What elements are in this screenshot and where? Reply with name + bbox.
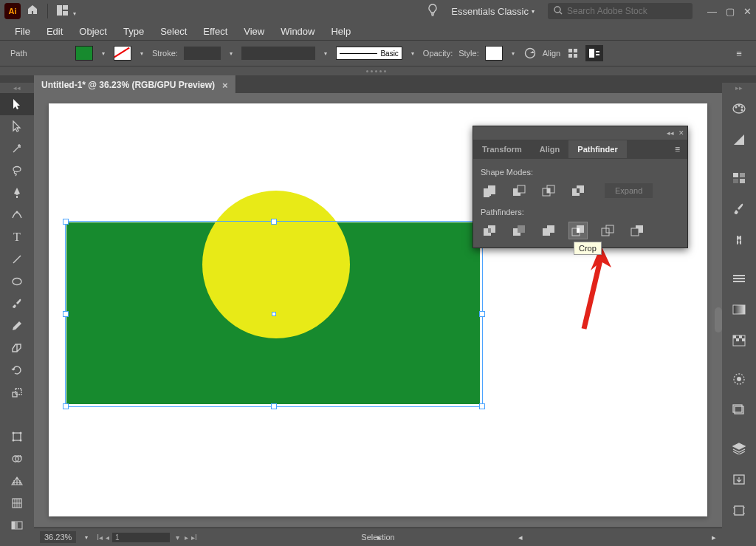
minimize-button[interactable]: — [707,6,717,17]
search-stock[interactable] [548,3,693,19]
transform-panel-icon[interactable] [585,45,603,61]
tab-pathfinder[interactable]: Pathfinder [568,140,626,158]
color-guide-panel-icon[interactable] [722,124,756,155]
width-tool[interactable] [0,403,34,426]
menu-select[interactable]: Select [153,24,194,39]
stroke-panel-icon[interactable] [722,263,756,294]
curvature-tool[interactable] [0,204,34,226]
stroke-swatch[interactable] [114,46,131,61]
transparency-panel-icon[interactable] [722,325,756,356]
crop-button[interactable]: Crop [569,222,587,239]
align-panel-icon[interactable] [566,47,580,60]
menu-window[interactable]: Window [273,24,322,39]
magic-wand-tool[interactable] [0,137,34,160]
line-tool[interactable] [0,248,34,270]
gradient-tool[interactable] [0,514,34,536]
last-artboard-icon[interactable]: ▸I [191,533,197,542]
rotate-tool[interactable] [0,359,34,381]
selection-tool[interactable] [0,93,34,115]
maximize-button[interactable]: ▢ [726,6,735,17]
direct-selection-tool[interactable] [0,115,34,137]
mesh-tool[interactable] [0,492,34,514]
menu-edit[interactable]: Edit [39,24,70,39]
search-input[interactable] [566,5,664,17]
ellipse-tool[interactable] [0,270,34,293]
var-width-dropdown[interactable]: ▾ [321,47,330,60]
scroll-shuttle[interactable] [715,307,722,332]
type-tool[interactable]: T [0,226,34,248]
fill-swatch[interactable] [75,46,93,61]
trim-button[interactable] [510,222,528,239]
control-menu-icon[interactable]: ≡ [732,47,746,60]
artboards-panel-icon[interactable] [722,495,756,526]
swatches-panel-icon[interactable] [722,163,756,194]
scale-tool[interactable] [0,381,34,403]
menu-view[interactable]: View [236,24,272,39]
minus-front-button[interactable] [510,182,528,199]
home-icon[interactable] [27,4,38,18]
pen-tool[interactable] [0,182,34,204]
pencil-tool[interactable] [0,315,34,337]
menu-object[interactable]: Object [72,24,114,39]
intersect-button[interactable] [540,182,557,199]
document-tab[interactable]: Untitled-1* @ 36.23% (RGB/GPU Preview) × [34,75,236,95]
minus-back-button[interactable] [628,222,646,239]
style-swatch[interactable] [485,46,503,61]
panel-close-icon[interactable]: ✕ [678,129,684,137]
stroke-weight-dropdown[interactable]: ▾ [227,47,236,60]
shape-builder-tool[interactable] [0,448,34,470]
menu-type[interactable]: Type [116,24,151,39]
menu-help[interactable]: Help [323,24,358,39]
stroke-weight-field[interactable] [184,47,221,60]
close-tab-icon[interactable]: × [222,80,228,91]
dock-handle[interactable]: ▸▸ [722,83,756,93]
var-width-profile[interactable] [241,47,315,60]
free-transform-tool[interactable] [0,426,34,448]
brushes-panel-icon[interactable] [722,194,756,225]
zoom-dropdown[interactable]: ▾ [82,530,91,544]
hscroll-left-icon[interactable]: ◂ [518,533,523,542]
artboard-dropdown[interactable]: ▾ [173,530,182,544]
paintbrush-tool[interactable] [0,293,34,315]
unite-button[interactable] [481,182,498,199]
divide-button[interactable] [481,222,498,239]
recolor-icon[interactable] [523,47,537,60]
discover-icon[interactable] [427,4,438,19]
panel-menu-icon[interactable]: ≡ [667,140,687,159]
menu-file[interactable]: File [7,24,38,39]
merge-button[interactable] [540,222,557,239]
exclude-button[interactable] [569,182,587,199]
pathfinder-panel[interactable]: ◂◂ ✕ Transform Align Pathfinder ≡ Shape … [472,126,688,248]
appearance-panel-icon[interactable] [722,364,756,395]
menu-effect[interactable]: Effect [196,24,235,39]
workspace-switcher[interactable]: Essentials Classic ▾ [444,6,542,17]
control-bar-handle[interactable] [0,66,756,75]
tab-transform[interactable]: Transform [473,140,531,158]
hscroll-right-icon[interactable]: ▸ [712,533,716,542]
prev-artboard-icon[interactable]: ◂ [106,533,109,542]
arrange-documents-icon[interactable]: ▾ [57,5,76,18]
panel-collapse-icon[interactable]: ◂◂ [667,129,674,137]
zoom-level[interactable]: 36.23% [40,531,76,543]
asset-export-panel-icon[interactable] [722,464,756,495]
symbols-panel-icon[interactable] [722,225,756,256]
style-dropdown[interactable]: ▾ [509,47,518,60]
brush-dropdown[interactable]: ▾ [408,47,417,60]
perspective-grid-tool[interactable] [0,470,34,492]
tab-align[interactable]: Align [531,140,569,158]
fill-dropdown[interactable]: ▾ [99,47,108,60]
brush-definition[interactable]: Basic [336,47,402,60]
graphic-styles-panel-icon[interactable] [722,395,756,426]
artboard-field[interactable]: 1 [112,533,170,542]
outline-button[interactable] [599,222,616,239]
stroke-dropdown[interactable]: ▾ [137,47,146,60]
first-artboard-icon[interactable]: I◂ [97,533,103,542]
color-panel-icon[interactable] [722,93,756,124]
close-button[interactable]: ✕ [743,6,752,17]
tools-handle[interactable]: ◂◂ [0,83,34,93]
layers-panel-icon[interactable] [722,433,756,464]
panel-titlebar[interactable]: ◂◂ ✕ [473,126,687,140]
eraser-tool[interactable] [0,337,34,359]
next-artboard-icon[interactable]: ▸ [185,533,188,542]
align-label[interactable]: Align [543,49,560,58]
